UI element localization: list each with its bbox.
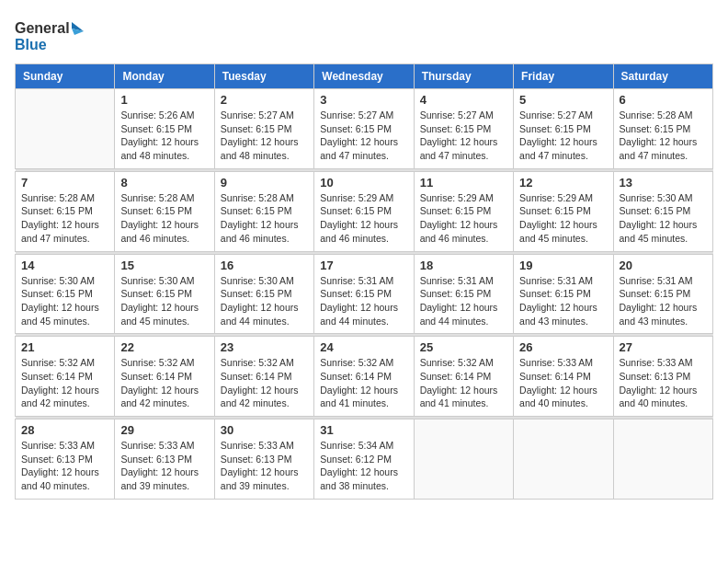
calendar-cell: 30Sunrise: 5:33 AMSunset: 6:13 PMDayligh… [214, 419, 313, 500]
day-info: Sunrise: 5:32 AMSunset: 6:14 PMDaylight:… [21, 356, 108, 410]
day-info: Sunrise: 5:32 AMSunset: 6:14 PMDaylight:… [221, 356, 308, 410]
day-info: Sunrise: 5:30 AMSunset: 6:15 PMDaylight:… [120, 274, 208, 328]
day-info: Sunrise: 5:29 AMSunset: 6:15 PMDaylight:… [320, 191, 407, 246]
day-number: 16 [221, 259, 308, 272]
day-number: 15 [120, 259, 208, 272]
calendar-cell: 2Sunrise: 5:27 AMSunset: 6:15 PMDaylight… [214, 89, 313, 169]
calendar-cell [514, 419, 613, 500]
week-row-3: 14Sunrise: 5:30 AMSunset: 6:15 PMDayligh… [16, 254, 713, 334]
day-info: Sunrise: 5:26 AMSunset: 6:15 PMDaylight:… [120, 109, 208, 163]
day-number: 10 [320, 176, 407, 190]
day-info: Sunrise: 5:28 AMSunset: 6:15 PMDaylight:… [120, 191, 208, 246]
svg-text:General: General [15, 20, 70, 36]
page-header: GeneralBlue [15, 15, 713, 56]
col-header-tuesday: Tuesday [214, 64, 313, 89]
calendar-cell [16, 89, 115, 169]
calendar-cell: 22Sunrise: 5:32 AMSunset: 6:14 PMDayligh… [115, 337, 214, 417]
day-number: 20 [620, 259, 707, 272]
day-number: 25 [420, 340, 507, 354]
day-info: Sunrise: 5:27 AMSunset: 6:15 PMDaylight:… [519, 109, 607, 163]
day-number: 21 [21, 340, 108, 354]
day-info: Sunrise: 5:27 AMSunset: 6:15 PMDaylight:… [221, 109, 308, 163]
day-number: 22 [120, 340, 208, 354]
calendar-cell: 12Sunrise: 5:29 AMSunset: 6:15 PMDayligh… [514, 171, 613, 251]
day-info: Sunrise: 5:30 AMSunset: 6:15 PMDaylight:… [21, 274, 108, 328]
calendar-cell: 1Sunrise: 5:26 AMSunset: 6:15 PMDaylight… [115, 89, 214, 169]
calendar-cell: 6Sunrise: 5:28 AMSunset: 6:15 PMDaylight… [613, 89, 712, 169]
calendar-cell [613, 419, 712, 500]
calendar-cell: 29Sunrise: 5:33 AMSunset: 6:13 PMDayligh… [115, 419, 214, 500]
day-number: 7 [21, 176, 108, 190]
calendar-cell: 7Sunrise: 5:28 AMSunset: 6:15 PMDaylight… [16, 171, 115, 251]
day-info: Sunrise: 5:33 AMSunset: 6:13 PMDaylight:… [221, 439, 308, 493]
day-number: 26 [519, 340, 607, 354]
day-info: Sunrise: 5:33 AMSunset: 6:13 PMDaylight:… [21, 439, 108, 493]
week-row-4: 21Sunrise: 5:32 AMSunset: 6:14 PMDayligh… [16, 337, 713, 417]
calendar-cell: 26Sunrise: 5:33 AMSunset: 6:14 PMDayligh… [514, 337, 613, 417]
day-info: Sunrise: 5:33 AMSunset: 6:14 PMDaylight:… [519, 356, 607, 410]
day-number: 31 [320, 423, 407, 437]
calendar-cell: 27Sunrise: 5:33 AMSunset: 6:13 PMDayligh… [613, 337, 712, 417]
calendar-cell: 20Sunrise: 5:31 AMSunset: 6:15 PMDayligh… [613, 254, 712, 334]
day-number: 4 [420, 93, 507, 107]
day-number: 9 [221, 176, 308, 190]
col-header-saturday: Saturday [613, 64, 712, 89]
day-info: Sunrise: 5:31 AMSunset: 6:15 PMDaylight:… [420, 274, 507, 328]
day-number: 23 [221, 340, 308, 354]
calendar-cell: 21Sunrise: 5:32 AMSunset: 6:14 PMDayligh… [16, 337, 115, 417]
calendar-cell: 10Sunrise: 5:29 AMSunset: 6:15 PMDayligh… [314, 171, 414, 251]
col-header-sunday: Sunday [16, 64, 115, 89]
day-number: 11 [420, 176, 507, 190]
day-info: Sunrise: 5:29 AMSunset: 6:15 PMDaylight:… [420, 191, 507, 246]
calendar-cell: 19Sunrise: 5:31 AMSunset: 6:15 PMDayligh… [514, 254, 613, 334]
col-header-monday: Monday [115, 64, 214, 89]
calendar-cell: 24Sunrise: 5:32 AMSunset: 6:14 PMDayligh… [314, 337, 414, 417]
day-info: Sunrise: 5:32 AMSunset: 6:14 PMDaylight:… [320, 356, 407, 410]
day-number: 18 [420, 259, 507, 272]
calendar-cell: 15Sunrise: 5:30 AMSunset: 6:15 PMDayligh… [115, 254, 214, 334]
calendar-table: SundayMondayTuesdayWednesdayThursdayFrid… [15, 63, 713, 500]
day-info: Sunrise: 5:32 AMSunset: 6:14 PMDaylight:… [120, 356, 208, 410]
day-info: Sunrise: 5:31 AMSunset: 6:15 PMDaylight:… [620, 274, 707, 328]
day-number: 8 [120, 176, 208, 190]
day-number: 19 [519, 259, 607, 272]
calendar-cell: 31Sunrise: 5:34 AMSunset: 6:12 PMDayligh… [314, 419, 414, 500]
day-info: Sunrise: 5:33 AMSunset: 6:13 PMDaylight:… [120, 439, 208, 493]
day-number: 14 [21, 259, 108, 272]
day-number: 5 [519, 93, 607, 107]
col-header-wednesday: Wednesday [314, 64, 414, 89]
day-info: Sunrise: 5:34 AMSunset: 6:12 PMDaylight:… [320, 439, 407, 493]
calendar-cell: 13Sunrise: 5:30 AMSunset: 6:15 PMDayligh… [613, 171, 712, 251]
day-info: Sunrise: 5:31 AMSunset: 6:15 PMDaylight:… [519, 274, 607, 328]
calendar-cell: 9Sunrise: 5:28 AMSunset: 6:15 PMDaylight… [214, 171, 313, 251]
day-number: 3 [320, 93, 407, 107]
week-row-2: 7Sunrise: 5:28 AMSunset: 6:15 PMDaylight… [16, 171, 713, 251]
calendar-cell [414, 419, 513, 500]
calendar-cell: 18Sunrise: 5:31 AMSunset: 6:15 PMDayligh… [414, 254, 513, 334]
day-number: 30 [221, 423, 308, 437]
day-info: Sunrise: 5:29 AMSunset: 6:15 PMDaylight:… [519, 191, 607, 246]
day-info: Sunrise: 5:30 AMSunset: 6:15 PMDaylight:… [221, 274, 308, 328]
calendar-cell: 8Sunrise: 5:28 AMSunset: 6:15 PMDaylight… [115, 171, 214, 251]
day-number: 28 [21, 423, 108, 437]
day-info: Sunrise: 5:28 AMSunset: 6:15 PMDaylight:… [221, 191, 308, 246]
day-info: Sunrise: 5:31 AMSunset: 6:15 PMDaylight:… [320, 274, 407, 328]
calendar-cell: 25Sunrise: 5:32 AMSunset: 6:14 PMDayligh… [414, 337, 513, 417]
day-info: Sunrise: 5:30 AMSunset: 6:15 PMDaylight:… [620, 191, 707, 246]
logo: GeneralBlue [15, 15, 88, 56]
calendar-cell: 17Sunrise: 5:31 AMSunset: 6:15 PMDayligh… [314, 254, 414, 334]
col-header-friday: Friday [514, 64, 613, 89]
week-row-5: 28Sunrise: 5:33 AMSunset: 6:13 PMDayligh… [16, 419, 713, 500]
day-number: 24 [320, 340, 407, 354]
day-number: 13 [620, 176, 707, 190]
calendar-header-row: SundayMondayTuesdayWednesdayThursdayFrid… [16, 64, 713, 89]
calendar-cell: 11Sunrise: 5:29 AMSunset: 6:15 PMDayligh… [414, 171, 513, 251]
day-number: 2 [221, 93, 308, 107]
day-number: 29 [120, 423, 208, 437]
day-number: 12 [519, 176, 607, 190]
day-number: 27 [620, 340, 707, 354]
day-info: Sunrise: 5:32 AMSunset: 6:14 PMDaylight:… [420, 356, 507, 410]
calendar-cell: 5Sunrise: 5:27 AMSunset: 6:15 PMDaylight… [514, 89, 613, 169]
day-info: Sunrise: 5:33 AMSunset: 6:13 PMDaylight:… [620, 356, 707, 410]
col-header-thursday: Thursday [414, 64, 513, 89]
